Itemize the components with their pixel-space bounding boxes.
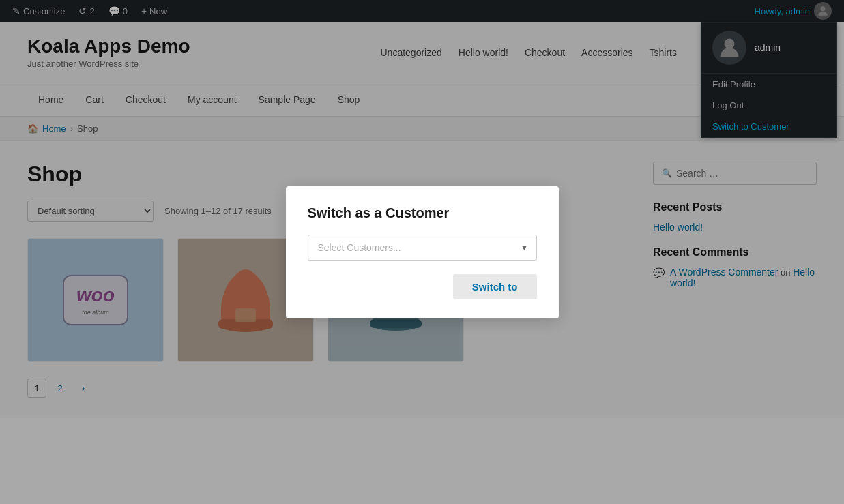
switch-to-button[interactable]: Switch to <box>453 274 537 299</box>
modal-title: Switch as a Customer <box>308 205 537 221</box>
modal-overlay: Switch as a Customer Select Customers...… <box>0 0 844 418</box>
switch-customer-modal: Switch as a Customer Select Customers...… <box>286 186 559 318</box>
modal-footer: Switch to <box>308 274 537 299</box>
modal-select-wrapper: Select Customers... ▼ <box>308 235 537 261</box>
customer-select[interactable]: Select Customers... <box>308 235 537 261</box>
